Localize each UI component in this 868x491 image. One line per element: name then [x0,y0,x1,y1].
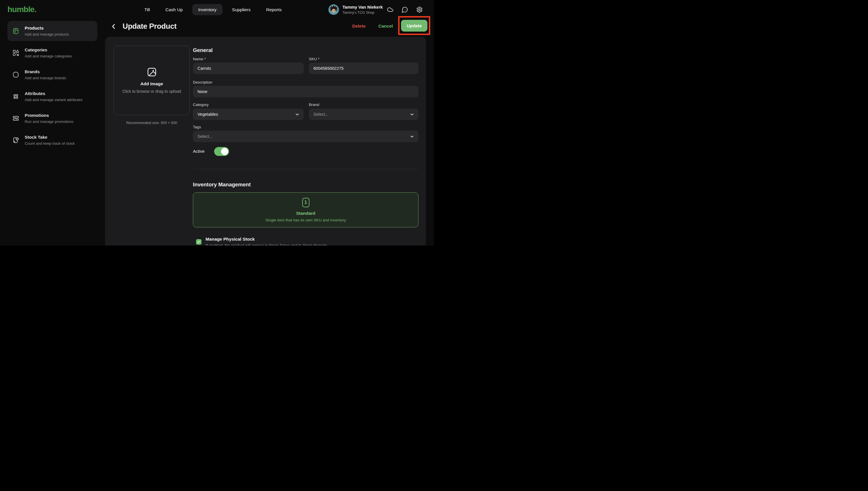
sidebar-item-title: Products [25,25,69,31]
update-product-panel: Add Image Click to browse or drag to upl… [105,37,426,246]
product-type-description: Single item that has its own SKU and inv… [266,218,346,222]
brand-placeholder: Select... [313,112,410,117]
sidebar-item-products[interactable]: Products Add and manage products [7,21,97,41]
cancel-button[interactable]: Cancel [378,24,393,29]
tags-label: Tags [193,125,201,129]
manage-stock-label: Manage Physical Stock [206,237,255,242]
standard-type-icon: 1 [302,198,309,207]
upload-subtitle: Click to browse or drag to upload [122,88,182,94]
package-icon [12,27,20,35]
settings-gear-icon[interactable] [416,6,423,13]
sidebar-item-categories[interactable]: Categories Add and manage categories [7,43,97,63]
ticket-percent-icon [12,115,20,122]
sidebar: Products Add and manage products Categor… [0,20,105,246]
section-divider [193,169,419,169]
cloud-sync-icon[interactable] [387,6,393,13]
clipboard-check-icon [12,136,20,144]
name-input[interactable] [193,63,304,74]
nav-inventory[interactable]: Inventory [192,4,223,15]
sidebar-item-subtitle: Add and manage variant attributes [25,97,83,102]
app-window: humble. Till Cash Up Inventory Suppliers… [0,0,434,246]
tags-select[interactable]: Select... [193,131,419,142]
sidebar-item-title: Stock Take [25,134,74,140]
sidebar-item-subtitle: Count and keep track of stock [25,141,74,146]
upload-size-hint: Recommended size: 500 × 500 [114,121,190,125]
top-nav: Till Cash Up Inventory Suppliers Reports [138,4,288,15]
sku-input[interactable] [309,63,419,74]
sidebar-item-brands[interactable]: Brands Add and manage brands [7,65,97,85]
nav-cash-up[interactable]: Cash Up [159,4,188,15]
sidebar-item-attributes[interactable]: Attributes Add and manage variant attrib… [7,86,97,107]
sidebar-item-title: Attributes [25,91,83,96]
section-heading-general: General [193,47,213,53]
chat-icon[interactable] [401,6,408,13]
page-title: Update Product [123,22,177,31]
chevron-down-icon [295,112,300,117]
atom-icon [12,93,20,100]
chevron-down-icon [410,112,415,117]
manage-stock-checkbox[interactable] [196,239,202,244]
account-name: Tammy Van Niekerk [342,5,383,10]
nav-reports[interactable]: Reports [260,4,288,15]
description-label: Description [193,80,212,84]
product-type-standard-card[interactable]: 1 Standard Single item that has its own … [193,192,419,227]
sidebar-item-stock-take[interactable]: Stock Take Count and keep track of stock [7,130,97,150]
active-toggle[interactable] [214,147,229,156]
avatar [328,4,339,15]
description-input[interactable] [193,86,419,97]
update-button[interactable]: Update [401,20,427,32]
nav-till[interactable]: Till [138,4,156,15]
manage-stock-description: If enabled, the product will appear in S… [206,243,327,246]
sidebar-item-subtitle: Add and manage categories [25,54,72,59]
account-menu[interactable]: Tammy Van Niekerk Tammy's TCG Shop [328,4,383,15]
account-store: Tammy's TCG Shop [342,10,383,15]
brand-select[interactable]: Select... [309,109,419,120]
badge-icon [12,71,20,78]
sidebar-item-subtitle: Run and manage promotions [25,119,73,124]
back-button[interactable] [110,23,117,30]
active-label: Active [193,149,205,154]
sidebar-item-subtitle: Add and manage brands [25,76,66,80]
delete-button[interactable]: Delete [352,24,366,29]
account-text: Tammy Van Niekerk Tammy's TCG Shop [342,5,383,15]
sidebar-item-title: Promotions [25,113,73,118]
category-label: Category [193,103,209,107]
shapes-icon [12,49,20,57]
tags-placeholder: Select... [198,134,410,139]
top-icon-group [387,6,423,13]
sidebar-item-subtitle: Add and manage products [25,32,69,37]
category-value: Vegetables [198,112,295,117]
product-type-title: Standard [296,211,315,216]
image-icon [146,67,157,78]
toggle-knob [221,148,228,155]
sku-label: SKU * [309,57,320,61]
name-label: Name * [193,57,206,61]
image-upload-dropzone[interactable]: Add Image Click to browse or drag to upl… [114,46,190,115]
category-select[interactable]: Vegetables [193,109,304,120]
nav-suppliers[interactable]: Suppliers [226,4,257,15]
brand-label: Brand [309,103,319,107]
sidebar-item-title: Categories [25,47,72,53]
section-heading-inventory: Inventory Management [193,181,251,188]
humble-logo[interactable]: humble. [7,5,36,14]
chevron-down-icon [410,134,415,139]
sidebar-item-title: Brands [25,69,66,75]
upload-title: Add Image [140,81,163,86]
check-icon [197,240,201,244]
sidebar-item-promotions[interactable]: Promotions Run and manage promotions [7,108,97,128]
